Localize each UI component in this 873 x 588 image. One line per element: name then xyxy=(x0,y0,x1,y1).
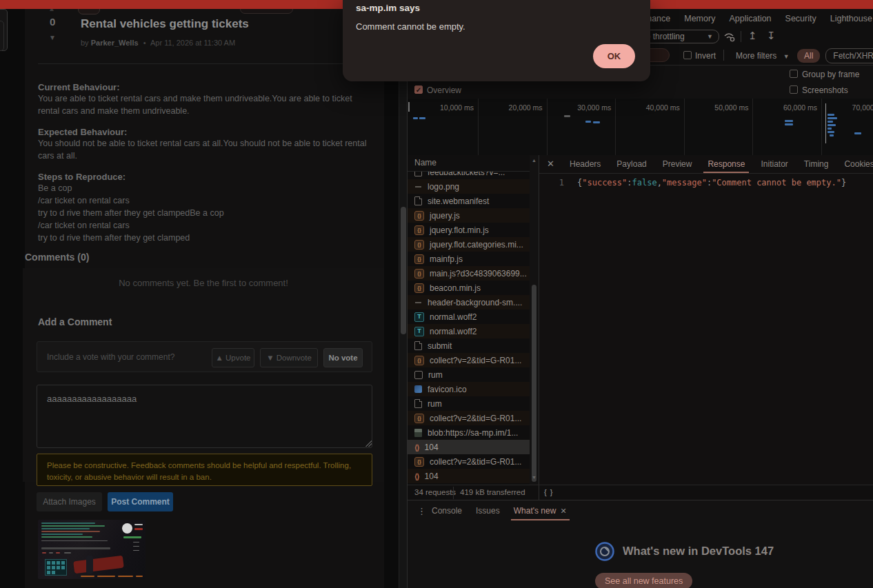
edge-panel xyxy=(0,21,4,51)
section-text: try to d rive them after they get clampe… xyxy=(38,207,374,219)
timeline-handle[interactable] xyxy=(408,102,410,112)
close-icon[interactable]: ✕ xyxy=(556,507,566,516)
detail-tab-preview[interactable]: Preview xyxy=(663,155,692,173)
json-token: "Comment cannot be empty." xyxy=(712,178,841,187)
timeline-gridline xyxy=(547,99,548,155)
post-comment-button[interactable]: Post Comment xyxy=(108,492,173,511)
no-vote-button[interactable]: No vote xyxy=(323,348,363,367)
comment-textarea[interactable] xyxy=(37,385,372,448)
section-heading: Expected Behaviour: xyxy=(38,127,374,137)
toolbar-divider xyxy=(723,50,724,61)
scroll-down-icon[interactable]: ▼ xyxy=(532,475,536,480)
network-request-row[interactable]: {}collect?v=2&tid=G-R01... xyxy=(408,353,530,367)
devtools-tab-lighthouse[interactable]: Lighthouse xyxy=(830,14,872,23)
network-request-row[interactable]: submit xyxy=(408,338,530,353)
request-name: submit xyxy=(428,341,452,351)
active-tab-underline xyxy=(511,519,570,520)
screenshots-checkbox[interactable] xyxy=(790,85,798,94)
upvote-button[interactable]: ▲ Upvote xyxy=(212,348,254,367)
network-request-row[interactable]: {}beacon.min.js xyxy=(408,281,530,295)
network-request-row[interactable]: favicon.ico xyxy=(408,382,530,396)
js-file-icon: {} xyxy=(414,356,424,365)
name-column-header[interactable]: Name xyxy=(414,158,436,168)
timeline-activity-bar xyxy=(419,117,425,119)
devtools-tab-memory[interactable]: Memory xyxy=(684,14,715,23)
drawer-tab-label: Console xyxy=(432,506,462,516)
network-request-row[interactable]: Tnormal.woff2 xyxy=(408,310,530,324)
network-request-row[interactable]: site.webmanifest xyxy=(408,194,530,208)
byline-author[interactable]: Parker_Wells xyxy=(91,39,139,47)
page-scrollbar-thumb[interactable] xyxy=(401,207,406,334)
request-name: site.webmanifest xyxy=(428,196,489,206)
request-name: normal.woff2 xyxy=(430,327,476,336)
network-request-row[interactable]: {}mainfp.js xyxy=(408,252,530,266)
network-request-row[interactable]: {}jquery.flot.categories.mi... xyxy=(408,237,530,252)
request-name: blob:https://sa-mp.im/1... xyxy=(428,428,518,438)
detail-tab-headers[interactable]: Headers xyxy=(570,155,601,173)
json-token: false xyxy=(632,178,657,187)
network-request-row[interactable]: {}jquery.js xyxy=(408,208,530,223)
see-all-features-button[interactable]: See all new features xyxy=(595,573,692,588)
more-filters-button[interactable]: More filters ▼ xyxy=(736,51,790,61)
network-request-row[interactable]: {}jquery.flot.min.js xyxy=(408,223,530,237)
downvote-button[interactable]: ▼ Downvote xyxy=(260,348,318,367)
network-request-row[interactable]: feedbacktickets?v=... xyxy=(408,172,530,179)
textarea-resize-grip[interactable] xyxy=(365,440,372,447)
network-request-row[interactable]: rum xyxy=(408,367,530,382)
timeline-activity-bar xyxy=(827,117,837,119)
network-conditions-icon[interactable] xyxy=(723,31,737,42)
drawer-tab-console[interactable]: Console xyxy=(432,500,462,521)
export-har-icon[interactable]: ↧ xyxy=(767,30,776,42)
filter-chip-all[interactable]: All xyxy=(797,49,820,63)
downvote-arrow[interactable]: ▼ xyxy=(49,34,56,41)
scroll-up-icon[interactable]: ▲ xyxy=(532,158,536,163)
close-icon[interactable]: ✕ xyxy=(547,159,554,169)
import-har-icon[interactable]: ↥ xyxy=(748,30,757,42)
drawer-tab-issues[interactable]: Issues xyxy=(476,500,500,521)
timeline-tick-label: 50,000 ms xyxy=(686,103,748,112)
network-overview-timeline[interactable]: 10,000 ms20,000 ms30,000 ms40,000 ms50,0… xyxy=(408,99,873,156)
timeline-activity-bar xyxy=(854,132,861,134)
network-request-row[interactable]: blob:https://sa-mp.im/1... xyxy=(408,425,530,440)
detail-tab-cookies[interactable]: Cookies xyxy=(844,155,873,173)
whats-new-title: What's new in DevTools 147 xyxy=(623,545,774,558)
request-name: collect?v=2&tid=G-R01... xyxy=(430,414,521,423)
network-request-row[interactable]: {}collect?v=2&tid=G-R01... xyxy=(408,454,530,469)
detail-tab-response[interactable]: Response xyxy=(708,155,745,173)
detail-tab-timing[interactable]: Timing xyxy=(804,155,829,173)
network-request-row[interactable]: {}main.js?d3c4839063699... xyxy=(408,266,530,281)
network-request-row[interactable]: Tnormal.woff2 xyxy=(408,324,530,338)
network-request-row[interactable]: ⟨⟩104 xyxy=(408,440,530,454)
attached-screenshot-thumbnail[interactable] xyxy=(38,520,146,579)
network-request-row[interactable]: ⟨⟩104 xyxy=(408,469,530,483)
network-scrollbar-thumb[interactable] xyxy=(532,285,536,482)
response-json[interactable]: {"success":false,"message":"Comment cann… xyxy=(577,178,846,187)
timeline-gridline xyxy=(615,99,616,155)
network-request-row[interactable]: {}collect?v=2&tid=G-R01... xyxy=(408,411,530,425)
dialog-ok-button[interactable]: OK xyxy=(593,44,635,68)
sq-file-icon xyxy=(414,371,423,379)
attach-images-button[interactable]: Attach Images xyxy=(37,492,102,511)
network-request-row[interactable]: rum xyxy=(408,396,530,411)
network-request-row[interactable]: logo.png xyxy=(408,179,530,194)
timeline-activity-bar xyxy=(827,128,832,130)
js-file-icon: {} xyxy=(414,269,424,278)
dialog-title: sa-mp.im says xyxy=(356,3,420,13)
more-tools-icon[interactable]: ⋮ xyxy=(417,506,426,516)
network-list-scrollbar[interactable]: ▲ ▼ xyxy=(530,155,539,485)
request-name: rum xyxy=(428,370,443,380)
filter-chip-fetchxhr[interactable]: Fetch/XHR xyxy=(825,48,873,63)
network-request-row[interactable]: header-background-sm.... xyxy=(408,295,530,310)
detail-tab-initiator[interactable]: Initiator xyxy=(761,155,787,173)
devtools-tab-application[interactable]: Application xyxy=(729,14,771,23)
network-request-list[interactable]: feedbacktickets?v=...logo.pngsite.webman… xyxy=(408,172,530,485)
devtools-tab-security[interactable]: Security xyxy=(785,14,816,23)
detail-tab-payload[interactable]: Payload xyxy=(616,155,646,173)
network-table-header[interactable]: Name xyxy=(408,155,539,172)
request-name: collect?v=2&tid=G-R01... xyxy=(430,457,521,467)
overview-checkbox[interactable]: ✓ xyxy=(414,85,423,94)
group-by-frame-checkbox[interactable] xyxy=(790,70,798,78)
invert-checkbox[interactable] xyxy=(683,51,692,59)
drawer-tab-what-s-new[interactable]: What's new ✕ xyxy=(514,500,567,521)
format-response-icon[interactable]: { } xyxy=(544,488,553,496)
